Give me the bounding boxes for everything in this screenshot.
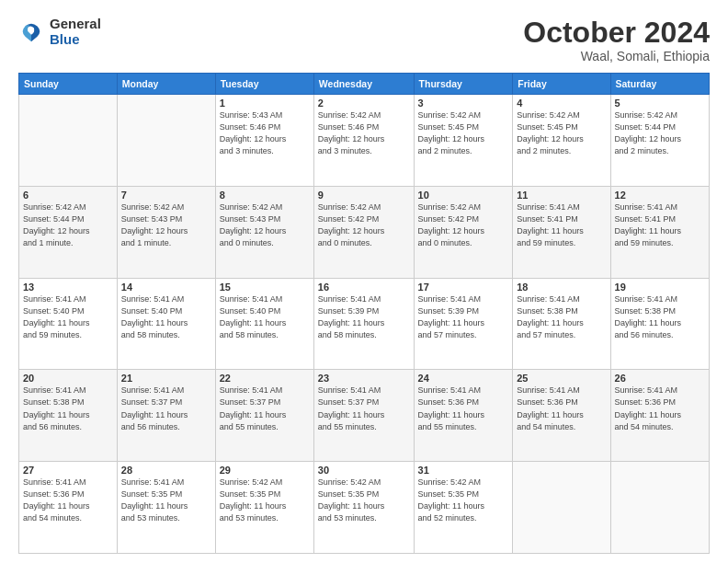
day-number: 14 — [121, 282, 211, 293]
day-info: Sunrise: 5:41 AM Sunset: 5:38 PM Dayligh… — [517, 293, 606, 341]
logo-blue: Blue — [50, 32, 101, 48]
table-row — [117, 95, 215, 187]
logo: General Blue — [18, 17, 101, 47]
day-number: 3 — [418, 98, 509, 109]
day-number: 16 — [318, 282, 410, 293]
day-info: Sunrise: 5:42 AM Sunset: 5:44 PM Dayligh… — [23, 201, 113, 249]
day-number: 17 — [418, 282, 509, 293]
day-info: Sunrise: 5:41 AM Sunset: 5:37 PM Dayligh… — [121, 385, 211, 432]
month-title: October 2024 — [523, 17, 710, 49]
day-number: 8 — [220, 190, 310, 201]
logo-general: General — [50, 17, 101, 32]
day-info: Sunrise: 5:41 AM Sunset: 5:37 PM Dayligh… — [220, 385, 310, 432]
table-row: 28Sunrise: 5:41 AM Sunset: 5:35 PM Dayli… — [117, 462, 215, 554]
day-info: Sunrise: 5:41 AM Sunset: 5:37 PM Dayligh… — [318, 385, 410, 432]
day-info: Sunrise: 5:41 AM Sunset: 5:38 PM Dayligh… — [615, 293, 705, 341]
day-info: Sunrise: 5:41 AM Sunset: 5:35 PM Dayligh… — [121, 477, 211, 524]
title-block: October 2024 Waal, Somali, Ethiopia — [523, 17, 710, 63]
day-info: Sunrise: 5:41 AM Sunset: 5:36 PM Dayligh… — [418, 385, 509, 432]
table-row: 31Sunrise: 5:42 AM Sunset: 5:35 PM Dayli… — [414, 462, 513, 554]
day-number: 15 — [220, 282, 310, 293]
day-number: 21 — [121, 373, 211, 384]
day-number: 25 — [517, 373, 606, 384]
day-info: Sunrise: 5:42 AM Sunset: 5:45 PM Dayligh… — [517, 109, 606, 157]
table-row: 5Sunrise: 5:42 AM Sunset: 5:44 PM Daylig… — [610, 95, 709, 187]
table-row: 25Sunrise: 5:41 AM Sunset: 5:36 PM Dayli… — [513, 370, 610, 462]
day-info: Sunrise: 5:41 AM Sunset: 5:39 PM Dayligh… — [418, 293, 509, 341]
location: Waal, Somali, Ethiopia — [523, 49, 710, 63]
table-row: 6Sunrise: 5:42 AM Sunset: 5:44 PM Daylig… — [19, 186, 118, 278]
day-info: Sunrise: 5:42 AM Sunset: 5:42 PM Dayligh… — [318, 201, 410, 249]
day-number: 24 — [418, 373, 509, 384]
table-row: 21Sunrise: 5:41 AM Sunset: 5:37 PM Dayli… — [117, 370, 215, 462]
header-thursday: Thursday — [414, 74, 513, 95]
table-row: 20Sunrise: 5:41 AM Sunset: 5:38 PM Dayli… — [19, 370, 118, 462]
table-row: 26Sunrise: 5:41 AM Sunset: 5:36 PM Dayli… — [610, 370, 709, 462]
day-number: 27 — [23, 465, 113, 476]
table-row: 27Sunrise: 5:41 AM Sunset: 5:36 PM Dayli… — [19, 462, 118, 554]
day-info: Sunrise: 5:41 AM Sunset: 5:41 PM Dayligh… — [517, 201, 606, 249]
table-row — [610, 462, 709, 554]
day-number: 31 — [418, 465, 509, 476]
day-number: 6 — [23, 190, 113, 201]
day-info: Sunrise: 5:42 AM Sunset: 5:44 PM Dayligh… — [615, 109, 705, 157]
table-row: 18Sunrise: 5:41 AM Sunset: 5:38 PM Dayli… — [513, 278, 610, 370]
table-row: 8Sunrise: 5:42 AM Sunset: 5:43 PM Daylig… — [215, 186, 313, 278]
day-info: Sunrise: 5:42 AM Sunset: 5:35 PM Dayligh… — [418, 477, 509, 524]
day-info: Sunrise: 5:41 AM Sunset: 5:40 PM Dayligh… — [220, 293, 310, 341]
day-number: 19 — [615, 282, 705, 293]
table-row: 11Sunrise: 5:41 AM Sunset: 5:41 PM Dayli… — [513, 186, 610, 278]
day-number: 20 — [23, 373, 113, 384]
table-row — [513, 462, 610, 554]
day-info: Sunrise: 5:42 AM Sunset: 5:35 PM Dayligh… — [220, 477, 310, 524]
day-number: 12 — [615, 190, 705, 201]
day-info: Sunrise: 5:42 AM Sunset: 5:45 PM Dayligh… — [418, 109, 509, 157]
day-info: Sunrise: 5:42 AM Sunset: 5:35 PM Dayligh… — [318, 477, 410, 524]
day-number: 18 — [517, 282, 606, 293]
day-number: 13 — [23, 282, 113, 293]
day-info: Sunrise: 5:43 AM Sunset: 5:46 PM Dayligh… — [220, 109, 310, 157]
table-row: 13Sunrise: 5:41 AM Sunset: 5:40 PM Dayli… — [19, 278, 118, 370]
day-info: Sunrise: 5:41 AM Sunset: 5:40 PM Dayligh… — [121, 293, 211, 341]
day-info: Sunrise: 5:41 AM Sunset: 5:38 PM Dayligh… — [23, 385, 113, 432]
day-info: Sunrise: 5:41 AM Sunset: 5:36 PM Dayligh… — [615, 385, 705, 432]
day-info: Sunrise: 5:41 AM Sunset: 5:40 PM Dayligh… — [23, 293, 113, 341]
table-row: 24Sunrise: 5:41 AM Sunset: 5:36 PM Dayli… — [414, 370, 513, 462]
day-number: 10 — [418, 190, 509, 201]
table-row — [19, 95, 118, 187]
day-number: 2 — [318, 98, 410, 109]
table-row: 3Sunrise: 5:42 AM Sunset: 5:45 PM Daylig… — [414, 95, 513, 187]
calendar-header-row: Sunday Monday Tuesday Wednesday Thursday… — [19, 74, 710, 95]
day-number: 22 — [220, 373, 310, 384]
day-number: 28 — [121, 465, 211, 476]
table-row: 16Sunrise: 5:41 AM Sunset: 5:39 PM Dayli… — [313, 278, 414, 370]
calendar-table: Sunday Monday Tuesday Wednesday Thursday… — [18, 73, 710, 554]
header-monday: Monday — [117, 74, 215, 95]
day-number: 1 — [220, 98, 310, 109]
day-info: Sunrise: 5:42 AM Sunset: 5:43 PM Dayligh… — [121, 201, 211, 249]
day-info: Sunrise: 5:41 AM Sunset: 5:36 PM Dayligh… — [23, 477, 113, 524]
day-info: Sunrise: 5:42 AM Sunset: 5:42 PM Dayligh… — [418, 201, 509, 249]
table-row: 23Sunrise: 5:41 AM Sunset: 5:37 PM Dayli… — [313, 370, 414, 462]
table-row: 9Sunrise: 5:42 AM Sunset: 5:42 PM Daylig… — [313, 186, 414, 278]
day-info: Sunrise: 5:41 AM Sunset: 5:39 PM Dayligh… — [318, 293, 410, 341]
day-number: 23 — [318, 373, 410, 384]
table-row: 19Sunrise: 5:41 AM Sunset: 5:38 PM Dayli… — [610, 278, 709, 370]
day-number: 4 — [517, 98, 606, 109]
table-row: 2Sunrise: 5:42 AM Sunset: 5:46 PM Daylig… — [313, 95, 414, 187]
day-info: Sunrise: 5:42 AM Sunset: 5:46 PM Dayligh… — [318, 109, 410, 157]
header-tuesday: Tuesday — [215, 74, 313, 95]
day-info: Sunrise: 5:41 AM Sunset: 5:36 PM Dayligh… — [517, 385, 606, 432]
table-row: 7Sunrise: 5:42 AM Sunset: 5:43 PM Daylig… — [117, 186, 215, 278]
header: General Blue October 2024 Waal, Somali, … — [18, 17, 710, 63]
day-number: 29 — [220, 465, 310, 476]
day-number: 5 — [615, 98, 705, 109]
table-row: 10Sunrise: 5:42 AM Sunset: 5:42 PM Dayli… — [414, 186, 513, 278]
day-number: 11 — [517, 190, 606, 201]
day-info: Sunrise: 5:41 AM Sunset: 5:41 PM Dayligh… — [615, 201, 705, 249]
table-row: 1Sunrise: 5:43 AM Sunset: 5:46 PM Daylig… — [215, 95, 313, 187]
header-friday: Friday — [513, 74, 610, 95]
header-wednesday: Wednesday — [313, 74, 414, 95]
table-row: 30Sunrise: 5:42 AM Sunset: 5:35 PM Dayli… — [313, 462, 414, 554]
logo-icon — [18, 19, 44, 45]
